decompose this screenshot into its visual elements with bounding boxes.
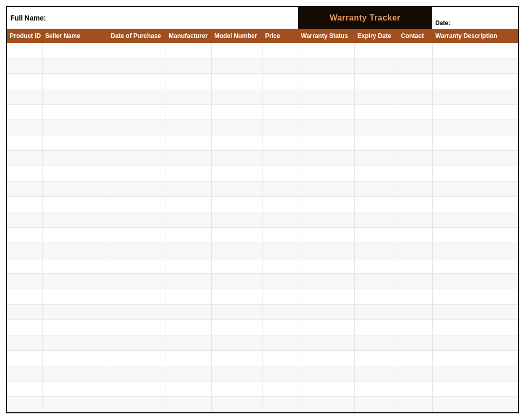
table-cell[interactable] xyxy=(433,182,518,197)
table-cell[interactable] xyxy=(166,58,212,74)
table-cell[interactable] xyxy=(355,151,398,166)
table-cell[interactable] xyxy=(108,305,166,320)
table-cell[interactable] xyxy=(43,212,108,228)
table-cell[interactable] xyxy=(433,105,518,120)
table-row[interactable] xyxy=(7,151,518,166)
table-cell[interactable] xyxy=(433,289,518,305)
table-row[interactable] xyxy=(7,197,518,212)
table-cell[interactable] xyxy=(355,274,398,289)
table-cell[interactable] xyxy=(355,197,398,212)
table-cell[interactable] xyxy=(355,74,398,89)
table-cell[interactable] xyxy=(398,151,433,166)
table-cell[interactable] xyxy=(262,228,298,243)
table-cell[interactable] xyxy=(7,258,43,274)
table-cell[interactable] xyxy=(166,89,212,105)
table-cell[interactable] xyxy=(298,258,355,274)
table-cell[interactable] xyxy=(262,151,298,166)
table-cell[interactable] xyxy=(398,120,433,135)
table-cell[interactable] xyxy=(7,305,43,320)
table-cell[interactable] xyxy=(398,320,433,335)
table-cell[interactable] xyxy=(262,320,298,335)
table-cell[interactable] xyxy=(108,43,166,58)
table-cell[interactable] xyxy=(262,135,298,151)
table-cell[interactable] xyxy=(212,274,262,289)
table-cell[interactable] xyxy=(166,335,212,351)
table-row[interactable] xyxy=(7,335,518,351)
table-cell[interactable] xyxy=(212,366,262,382)
table-cell[interactable] xyxy=(355,43,398,58)
table-cell[interactable] xyxy=(212,228,262,243)
table-cell[interactable] xyxy=(398,74,433,89)
table-cell[interactable] xyxy=(298,166,355,182)
table-cell[interactable] xyxy=(298,182,355,197)
table-row[interactable] xyxy=(7,382,518,397)
table-cell[interactable] xyxy=(298,197,355,212)
table-cell[interactable] xyxy=(43,243,108,258)
table-cell[interactable] xyxy=(212,151,262,166)
table-cell[interactable] xyxy=(43,43,108,58)
table-cell[interactable] xyxy=(7,351,43,366)
table-cell[interactable] xyxy=(398,89,433,105)
table-cell[interactable] xyxy=(43,182,108,197)
table-cell[interactable] xyxy=(433,58,518,74)
table-cell[interactable] xyxy=(7,89,43,105)
table-cell[interactable] xyxy=(355,305,398,320)
table-cell[interactable] xyxy=(262,74,298,89)
table-row[interactable] xyxy=(7,135,518,151)
table-cell[interactable] xyxy=(166,228,212,243)
table-row[interactable] xyxy=(7,105,518,120)
table-cell[interactable] xyxy=(355,243,398,258)
table-row[interactable] xyxy=(7,182,518,197)
table-row[interactable] xyxy=(7,212,518,228)
table-cell[interactable] xyxy=(433,243,518,258)
table-cell[interactable] xyxy=(212,335,262,351)
table-cell[interactable] xyxy=(43,274,108,289)
table-row[interactable] xyxy=(7,397,518,412)
table-cell[interactable] xyxy=(355,382,398,397)
table-cell[interactable] xyxy=(262,58,298,74)
table-cell[interactable] xyxy=(355,120,398,135)
table-cell[interactable] xyxy=(7,289,43,305)
table-cell[interactable] xyxy=(43,335,108,351)
table-cell[interactable] xyxy=(262,351,298,366)
table-cell[interactable] xyxy=(108,351,166,366)
table-cell[interactable] xyxy=(166,258,212,274)
table-cell[interactable] xyxy=(262,197,298,212)
table-cell[interactable] xyxy=(166,351,212,366)
table-cell[interactable] xyxy=(433,351,518,366)
table-cell[interactable] xyxy=(355,58,398,74)
table-cell[interactable] xyxy=(398,182,433,197)
table-cell[interactable] xyxy=(43,166,108,182)
table-cell[interactable] xyxy=(43,74,108,89)
table-cell[interactable] xyxy=(298,135,355,151)
table-cell[interactable] xyxy=(108,212,166,228)
table-cell[interactable] xyxy=(298,74,355,89)
table-cell[interactable] xyxy=(355,351,398,366)
table-cell[interactable] xyxy=(7,382,43,397)
table-cell[interactable] xyxy=(108,289,166,305)
table-cell[interactable] xyxy=(166,366,212,382)
table-cell[interactable] xyxy=(433,258,518,274)
table-cell[interactable] xyxy=(398,228,433,243)
table-cell[interactable] xyxy=(433,382,518,397)
table-cell[interactable] xyxy=(262,166,298,182)
table-cell[interactable] xyxy=(212,258,262,274)
table-cell[interactable] xyxy=(43,289,108,305)
table-cell[interactable] xyxy=(212,289,262,305)
table-cell[interactable] xyxy=(298,305,355,320)
table-cell[interactable] xyxy=(433,274,518,289)
table-cell[interactable] xyxy=(355,228,398,243)
table-cell[interactable] xyxy=(166,397,212,412)
table-cell[interactable] xyxy=(398,289,433,305)
table-cell[interactable] xyxy=(298,289,355,305)
table-cell[interactable] xyxy=(108,366,166,382)
table-cell[interactable] xyxy=(166,197,212,212)
table-row[interactable] xyxy=(7,243,518,258)
table-cell[interactable] xyxy=(433,166,518,182)
table-cell[interactable] xyxy=(43,366,108,382)
table-cell[interactable] xyxy=(43,197,108,212)
table-cell[interactable] xyxy=(108,243,166,258)
table-cell[interactable] xyxy=(433,212,518,228)
table-cell[interactable] xyxy=(43,151,108,166)
table-cell[interactable] xyxy=(166,182,212,197)
